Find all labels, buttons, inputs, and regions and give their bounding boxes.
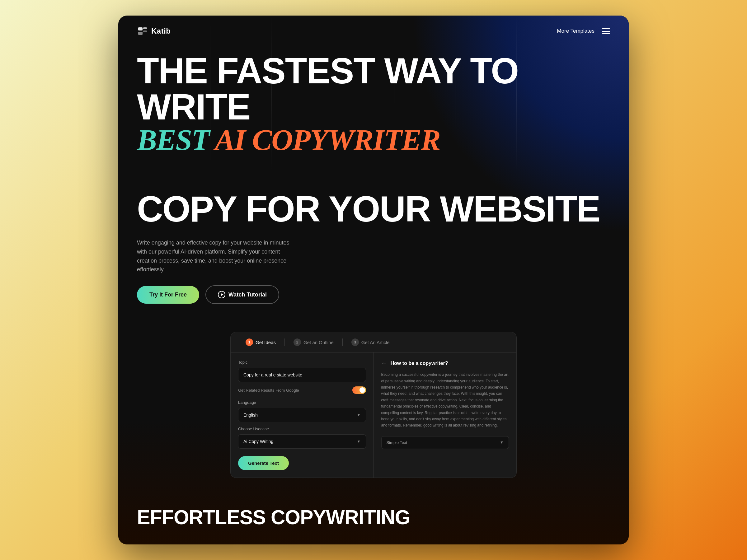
svg-rect-0 — [138, 27, 143, 30]
tab-num-2: 2 — [293, 339, 301, 346]
svg-rect-2 — [143, 27, 147, 29]
hamburger-button[interactable] — [602, 28, 610, 34]
hero-buttons: Try It For Free Watch Tutorial — [137, 285, 610, 304]
language-label: Language — [238, 400, 366, 405]
tab-get-outline[interactable]: 2 Get an Outline — [286, 332, 341, 352]
topic-label: Topic — [238, 360, 366, 365]
bottom-section: Effortless Copywriting — [118, 487, 629, 541]
play-icon — [221, 293, 224, 296]
svg-rect-1 — [138, 32, 143, 35]
hero-subtitle: Write engaging and effective copy for yo… — [137, 238, 292, 274]
hero-best-text: Best — [137, 123, 215, 157]
tab-divider-2 — [342, 339, 343, 346]
usecase-select[interactable]: Ai Copy Writing ▼ — [238, 434, 366, 449]
tab-num-3: 3 — [352, 339, 359, 346]
toggle-label: Get Related Results From Google — [238, 388, 299, 393]
hero-title-line2: Best Ai CopyWriter — [137, 125, 610, 155]
widget-card: 1 Get Ideas 2 Get an Outline 3 Get An Ar… — [230, 332, 517, 478]
topic-input[interactable]: Copy for a real e state website — [238, 368, 366, 382]
tab-divider-1 — [284, 339, 285, 346]
google-results-toggle[interactable] — [352, 386, 366, 394]
browser-window: Katib More Templates THE FASTEST WAY TO … — [118, 16, 629, 544]
language-select-arrow: ▼ — [357, 413, 361, 417]
back-arrow-icon[interactable]: ← — [381, 360, 387, 367]
logo-icon — [137, 26, 148, 37]
format-select[interactable]: Simple Text ▼ — [381, 436, 509, 449]
article-body: Becoming a successful copywriter is a jo… — [381, 371, 509, 429]
try-free-button[interactable]: Try It For Free — [137, 286, 199, 304]
widget-left-panel: Topic Copy for a real e state website Ge… — [231, 352, 374, 478]
nav-logo: Katib — [137, 26, 171, 37]
article-header: ← How to be a copywriter? — [381, 360, 509, 367]
usecase-select-arrow: ▼ — [357, 439, 361, 444]
tab-get-ideas[interactable]: 1 Get Ideas — [238, 332, 283, 352]
brand-name: Katib — [151, 27, 171, 35]
nav-right: More Templates — [557, 28, 610, 34]
hero-section: THE FASTEST WAY TO WRITE Best Ai CopyWri… — [118, 47, 629, 323]
widget-right-panel: ← How to be a copywriter? Becoming a suc… — [374, 352, 517, 478]
toggle-row: Get Related Results From Google — [238, 386, 366, 394]
widget-tabs: 1 Get Ideas 2 Get an Outline 3 Get An Ar… — [231, 332, 516, 352]
widget-section: 1 Get Ideas 2 Get an Outline 3 Get An Ar… — [118, 323, 629, 487]
hero-title-line1: THE FASTEST WAY TO WRITE Best Ai CopyWri… — [137, 53, 610, 227]
svg-rect-3 — [143, 30, 147, 32]
format-select-arrow: ▼ — [500, 440, 504, 445]
usecase-label: Choose Usecase — [238, 427, 366, 431]
watch-tutorial-button[interactable]: Watch Tutorial — [205, 285, 279, 304]
more-templates-link[interactable]: More Templates — [557, 28, 594, 34]
play-circle-icon — [218, 291, 225, 298]
tab-get-article[interactable]: 3 Get An Article — [344, 332, 397, 352]
language-select[interactable]: English ▼ — [238, 408, 366, 422]
section-title: Effortless Copywriting — [137, 506, 610, 529]
hero-ai-copy-text: Ai CopyWriter — [215, 123, 440, 157]
widget-body: Topic Copy for a real e state website Ge… — [231, 352, 516, 478]
generate-text-button[interactable]: Generate Text — [238, 456, 289, 470]
navbar: Katib More Templates — [118, 16, 629, 47]
article-title: How to be a copywriter? — [391, 361, 448, 366]
tab-num-1: 1 — [246, 339, 253, 346]
